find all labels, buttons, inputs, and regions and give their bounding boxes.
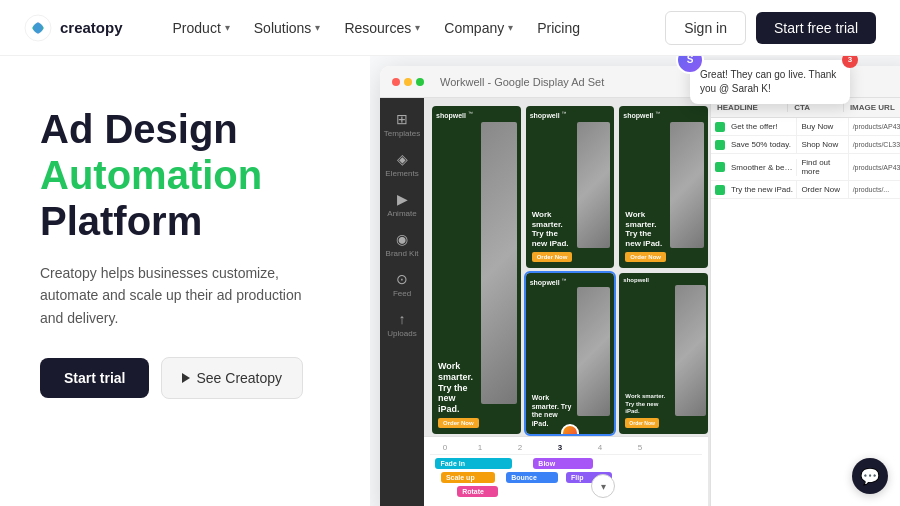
demo-window: Workwell - Google Display Ad Set ⊞ Templ…	[380, 66, 900, 506]
hero-section: Ad Design Automation Platform Creatopy h…	[0, 56, 370, 506]
tool-elements[interactable]: ◈ Elements	[384, 146, 420, 182]
chevron-down-icon: ▾	[225, 22, 230, 33]
nav-item-pricing[interactable]: Pricing	[527, 14, 590, 42]
banner-image	[675, 285, 706, 417]
nav-actions: Sign in Start free trial	[665, 11, 876, 45]
banner-brand: shopwell	[623, 277, 649, 283]
banner-image	[577, 122, 611, 248]
hero-description: Creatopy helps businesses customize, aut…	[40, 262, 310, 329]
banner-headline: Work smarter. Try the new iPad.	[532, 210, 574, 248]
tool-brand-kit[interactable]: ◉ Brand Kit	[384, 226, 420, 262]
signin-button[interactable]: Sign in	[665, 11, 746, 45]
row-check	[715, 162, 725, 172]
main-content: Ad Design Automation Platform Creatopy h…	[0, 56, 900, 506]
banner-brand: shopwell ™	[623, 110, 660, 119]
data-row: Save 50% today. Shop Now /products/CL332…	[711, 136, 900, 154]
chevron-down-icon: ▾	[415, 22, 420, 33]
nav-item-resources[interactable]: Resources ▾	[334, 14, 430, 42]
banner-4[interactable]: shopwell ™ Work smarter. Try the new iPa…	[526, 273, 615, 435]
data-row: Get the offer! Buy Now /products/AP432.j…	[711, 118, 900, 136]
banner-cta: Order Now	[532, 252, 573, 262]
chat-bubble[interactable]: 💬	[852, 458, 888, 494]
nav-item-company[interactable]: Company ▾	[434, 14, 523, 42]
banner-brand: shopwell ™	[436, 110, 473, 119]
track-rotate: Rotate	[457, 486, 498, 497]
user-avatar-badge	[561, 424, 579, 434]
banner-1[interactable]: shopwell ™ Work smarter. Try the new iPa…	[526, 106, 615, 268]
demo-canvas[interactable]: shopwell ™ Work smarter. Try the new iPa…	[424, 98, 900, 506]
chevron-down-icon: ▾	[601, 481, 606, 492]
feed-icon: ⊙	[396, 271, 408, 287]
row-check	[715, 122, 725, 132]
see-creatopy-button[interactable]: See Creatopy	[161, 357, 303, 399]
banner-5[interactable]: shopwell Work smarter. Try the new iPad.…	[619, 273, 708, 435]
nav-item-solutions[interactable]: Solutions ▾	[244, 14, 331, 42]
data-panel: HEADLINE CTA IMAGE URL Get the offer! Bu…	[710, 98, 900, 506]
hero-buttons: Start trial See Creatopy	[40, 357, 330, 399]
notification-tooltip: S 3 Great! They can go live. Thank you @…	[690, 60, 850, 104]
banner-brand: shopwell ™	[530, 277, 567, 286]
banner-headline: Work smarter. Try the new iPad.	[438, 361, 476, 415]
banner-3[interactable]: shopwell ™ Work smarter. Try the new iPa…	[432, 106, 521, 434]
brand-kit-icon: ◉	[396, 231, 408, 247]
row-check	[715, 185, 725, 195]
data-row: Smoother & better. Find out more /produc…	[711, 154, 900, 181]
track-bounce: Bounce	[506, 472, 558, 483]
banner-image	[577, 287, 611, 417]
tool-animate[interactable]: ▶ Animate	[384, 186, 420, 222]
hero-title: Ad Design Automation Platform	[40, 106, 330, 244]
track-fade-in: Fade In	[435, 458, 511, 469]
row-check	[715, 140, 725, 150]
data-row: Try the new iPad. Order Now /products/..…	[711, 181, 900, 199]
templates-icon: ⊞	[396, 111, 408, 127]
play-icon	[182, 373, 190, 383]
window-title: Workwell - Google Display Ad Set	[440, 76, 604, 88]
banner-headline: Work smarter. Try the new iPad.	[532, 394, 574, 428]
logo-text: creatopy	[60, 19, 123, 36]
banner-headline: Work smarter. Try the new iPad.	[625, 210, 667, 248]
logo[interactable]: creatopy	[24, 14, 123, 42]
navbar: creatopy Product ▾ Solutions ▾ Resources…	[0, 0, 900, 56]
track-scale-up: Scale up	[441, 472, 495, 483]
banner-cta: Order Now	[625, 418, 659, 428]
elements-icon: ◈	[397, 151, 408, 167]
nav-links: Product ▾ Solutions ▾ Resources ▾ Compan…	[163, 14, 666, 42]
track-blow: Blow	[533, 458, 593, 469]
chevron-down-icon: ▾	[315, 22, 320, 33]
scroll-down-indicator[interactable]: ▾	[591, 474, 615, 498]
chat-icon: 💬	[860, 467, 880, 486]
tool-templates[interactable]: ⊞ Templates	[384, 106, 420, 142]
timeline-ruler: 0 1 2 3 4 5	[430, 441, 702, 455]
banner-image	[481, 122, 516, 404]
timeline-area: 0 1 2 3 4 5 Fade In	[424, 436, 708, 506]
timeline-tracks: Fade In Blow Scale up Bounce	[430, 458, 702, 506]
demo-body: ⊞ Templates ◈ Elements ▶ Animate ◉ Brand…	[380, 98, 900, 506]
banner-image	[670, 122, 704, 248]
window-dots	[392, 78, 424, 86]
dot-red	[392, 78, 400, 86]
dot-yellow	[404, 78, 412, 86]
animate-icon: ▶	[397, 191, 408, 207]
chevron-down-icon: ▾	[508, 22, 513, 33]
nav-item-product[interactable]: Product ▾	[163, 14, 240, 42]
tool-uploads[interactable]: ↑ Uploads	[384, 306, 420, 342]
banner-headline: Work smarter. Try the new iPad.	[625, 393, 669, 415]
dot-green	[416, 78, 424, 86]
demo-sidebar: ⊞ Templates ◈ Elements ▶ Animate ◉ Brand…	[380, 98, 424, 506]
start-trial-hero-button[interactable]: Start trial	[40, 358, 149, 398]
banner-cta: Order Now	[625, 252, 666, 262]
banner-2[interactable]: shopwell ™ Work smarter. Try the new iPa…	[619, 106, 708, 268]
start-trial-button[interactable]: Start free trial	[756, 12, 876, 44]
banner-cta: Order Now	[438, 418, 479, 428]
tool-feed[interactable]: ⊙ Feed	[384, 266, 420, 302]
demo-area: S 3 Great! They can go live. Thank you @…	[370, 56, 900, 506]
uploads-icon: ↑	[399, 311, 406, 327]
banner-brand: shopwell ™	[530, 110, 567, 119]
